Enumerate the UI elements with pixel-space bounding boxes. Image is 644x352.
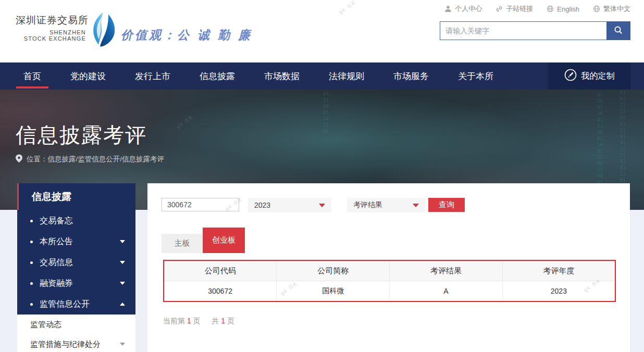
nav-item-6[interactable]: 市场服务 bbox=[393, 62, 429, 90]
sidebar-item-label: 本所公告 bbox=[40, 236, 73, 247]
content-panel: 2023 考评结果 查询 主板创业板 公司代码公司简称考评结果考评年度 3006… bbox=[147, 183, 630, 352]
nav-items: 首页党的建设发行上市信息披露市场数据法律规则市场服务关于本所 bbox=[0, 62, 644, 90]
sidebar-item-4[interactable]: 监管信息公开 bbox=[17, 294, 135, 315]
chevron-up-icon bbox=[120, 303, 125, 306]
breadcrumb: 位置：信息披露/监管信息公开/信息披露考评 bbox=[16, 154, 164, 165]
nav-item-0[interactable]: 首页 bbox=[23, 62, 41, 90]
topbar-link-label: 繁体中文 bbox=[603, 4, 630, 14]
site-search-button[interactable] bbox=[606, 21, 630, 40]
query-button[interactable]: 查询 bbox=[428, 198, 465, 212]
chevron-down-icon bbox=[413, 204, 419, 207]
nav-item-7[interactable]: 关于本所 bbox=[458, 62, 493, 90]
table-cell: 2023 bbox=[502, 281, 615, 302]
table-body: 300672国科微A2023 bbox=[164, 281, 615, 302]
tab-1[interactable]: 创业板 bbox=[203, 228, 245, 253]
table-header-cell: 公司简称 bbox=[277, 260, 390, 281]
table-cell: 国科微 bbox=[277, 281, 390, 302]
user-icon bbox=[444, 5, 452, 12]
globe-icon bbox=[547, 5, 554, 12]
topbar-links: 个人中心子站链接English繁体中文 bbox=[444, 4, 630, 14]
year-select[interactable]: 2023 bbox=[248, 198, 331, 212]
topbar-link-2[interactable]: English bbox=[547, 5, 579, 13]
nav-item-1[interactable]: 党的建设 bbox=[70, 62, 106, 90]
link-icon bbox=[496, 5, 503, 12]
site-search bbox=[440, 21, 630, 40]
nav-item-5[interactable]: 法律规则 bbox=[329, 62, 364, 90]
topbar-link-1[interactable]: 子站链接 bbox=[496, 4, 533, 14]
location-pin-icon bbox=[16, 154, 22, 165]
table-row: 300672国科微A2023 bbox=[164, 281, 615, 302]
chevron-down-icon bbox=[120, 343, 125, 346]
pagination-current: 1 bbox=[187, 317, 191, 325]
result-select-value: 考评结果 bbox=[353, 200, 382, 210]
table-header-cell: 考评年度 bbox=[502, 260, 615, 281]
sidebar-item-label: 交易信息 bbox=[40, 257, 73, 268]
sidebar-subitem-label: 监管动态 bbox=[30, 320, 61, 330]
page-title: 信息披露考评 bbox=[16, 121, 147, 149]
topbar-link-label: 个人中心 bbox=[455, 4, 482, 14]
pagination-page-word: 页 bbox=[193, 317, 201, 325]
result-select[interactable]: 考评结果 bbox=[347, 198, 425, 212]
logo[interactable]: 深圳证券交易所 SHENZHEN STOCK EXCHANGE bbox=[16, 14, 86, 42]
nav-item-2[interactable]: 发行上市 bbox=[135, 62, 170, 90]
search-icon bbox=[614, 26, 623, 36]
chevron-down-icon bbox=[120, 261, 125, 264]
pagination-total: 1 bbox=[221, 317, 225, 325]
table-header-row: 公司代码公司简称考评结果考评年度 bbox=[164, 260, 615, 281]
bullet-icon bbox=[30, 261, 33, 264]
breadcrumb-text: 位置：信息披露/监管信息公开/信息披露考评 bbox=[27, 155, 164, 164]
sidebar-item-label: 监管信息公开 bbox=[40, 299, 90, 310]
topbar-link-label: English bbox=[557, 5, 579, 13]
sidebar-item-0[interactable]: 交易备忘 bbox=[17, 210, 135, 231]
page: 个人中心子站链接English繁体中文 深圳证券交易所 SHENZHEN STO… bbox=[0, 0, 644, 352]
sidebar-subitem-label: 监管措施与纪律处分 bbox=[30, 340, 101, 349]
pagination: 当前第 1 页 共 1 页 bbox=[163, 317, 234, 326]
tab-0[interactable]: 主板 bbox=[162, 234, 203, 253]
pencil-circle-icon bbox=[564, 69, 577, 83]
bullet-icon bbox=[30, 282, 33, 285]
sidebar-menu: 交易备忘本所公告交易信息融资融券监管信息公开 bbox=[17, 210, 135, 315]
evaluation-table: 公司代码公司简称考评结果考评年度 300672国科微A2023 bbox=[163, 260, 616, 302]
sidebar-submenu: 监管动态监管措施与纪律处分 bbox=[17, 315, 135, 352]
logo-cn-text: 深圳证券交易所 bbox=[16, 14, 86, 27]
bullet-icon bbox=[30, 241, 33, 243]
table-cell: A bbox=[390, 281, 503, 302]
logo-leaf-icon bbox=[88, 9, 115, 51]
table-cell: 300672 bbox=[164, 281, 277, 302]
bullet-icon bbox=[30, 220, 33, 222]
sidebar-subitem-1[interactable]: 监管措施与纪律处分 bbox=[17, 334, 135, 352]
pagination-prefix: 当前第 bbox=[163, 317, 185, 325]
logo-en-line1: SHENZHEN bbox=[16, 29, 86, 35]
value-slogan: 价值观：公 诚 勤 廉 bbox=[121, 27, 252, 43]
logo-en-line2: STOCK EXCHANGE bbox=[16, 35, 86, 42]
year-select-value: 2023 bbox=[254, 201, 270, 209]
chevron-down-icon bbox=[120, 282, 125, 285]
company-code-input[interactable] bbox=[162, 198, 239, 211]
main-nav: 首页党的建设发行上市信息披露市场数据法律规则市场服务关于本所 我的定制 bbox=[0, 62, 644, 90]
sidebar-item-1[interactable]: 本所公告 bbox=[17, 231, 135, 252]
topbar-link-label: 子站链接 bbox=[506, 4, 533, 14]
sidebar-item-label: 交易备忘 bbox=[40, 216, 73, 227]
sidebar-subitem-0[interactable]: 监管动态 bbox=[17, 315, 135, 334]
site-header: 个人中心子站链接English繁体中文 深圳证券交易所 SHENZHEN STO… bbox=[0, 0, 644, 62]
nav-item-4[interactable]: 市场数据 bbox=[264, 62, 300, 90]
topbar-link-0[interactable]: 个人中心 bbox=[444, 4, 482, 14]
table-header-cell: 公司代码 bbox=[164, 260, 277, 281]
pagination-page-word2: 页 bbox=[227, 317, 234, 325]
globe-icon bbox=[593, 5, 600, 12]
sidebar: 信息披露 交易备忘本所公告交易信息融资融券监管信息公开 监管动态监管措施与纪律处… bbox=[17, 183, 135, 352]
pagination-total-prefix: 共 bbox=[212, 317, 219, 325]
bullet-icon bbox=[30, 303, 33, 306]
sidebar-item-label: 融资融券 bbox=[40, 278, 73, 289]
chevron-down-icon bbox=[319, 204, 325, 207]
site-search-input[interactable] bbox=[440, 21, 606, 40]
sidebar-item-3[interactable]: 融资融券 bbox=[17, 273, 135, 294]
topbar-link-3[interactable]: 繁体中文 bbox=[593, 4, 630, 14]
nav-my-custom-label: 我的定制 bbox=[581, 71, 615, 82]
chevron-down-icon bbox=[120, 240, 125, 243]
sidebar-item-2[interactable]: 交易信息 bbox=[17, 252, 135, 273]
nav-my-custom[interactable]: 我的定制 bbox=[548, 62, 630, 90]
binary-texture: 01 11 00 01 10 11 01 bbox=[323, 91, 329, 134]
nav-item-3[interactable]: 信息披露 bbox=[200, 62, 235, 90]
sidebar-title: 信息披露 bbox=[17, 183, 135, 210]
